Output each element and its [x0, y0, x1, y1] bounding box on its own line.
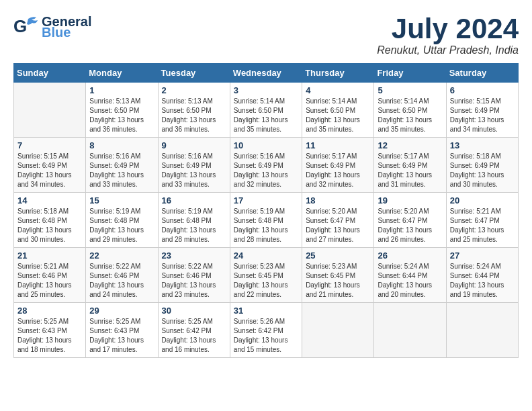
calendar-cell: 19Sunrise: 5:20 AM Sunset: 6:47 PM Dayli… — [374, 193, 446, 248]
header-thursday: Thursday — [302, 64, 374, 83]
calendar-cell: 29Sunrise: 5:25 AM Sunset: 6:43 PM Dayli… — [86, 303, 158, 358]
calendar-cell: 12Sunrise: 5:17 AM Sunset: 6:49 PM Dayli… — [374, 138, 446, 193]
calendar-cell: 9Sunrise: 5:16 AM Sunset: 6:49 PM Daylig… — [158, 138, 230, 193]
calendar-cell: 26Sunrise: 5:24 AM Sunset: 6:44 PM Dayli… — [374, 248, 446, 303]
day-number: 19 — [378, 195, 442, 205]
location: Renukut, Uttar Pradesh, India — [377, 44, 519, 56]
calendar-cell: 16Sunrise: 5:19 AM Sunset: 6:48 PM Dayli… — [158, 193, 230, 248]
calendar-cell: 10Sunrise: 5:16 AM Sunset: 6:49 PM Dayli… — [230, 138, 302, 193]
day-info: Sunrise: 5:14 AM Sunset: 6:50 PM Dayligh… — [306, 97, 370, 134]
calendar-cell: 23Sunrise: 5:22 AM Sunset: 6:46 PM Dayli… — [158, 248, 230, 303]
calendar-cell: 4Sunrise: 5:14 AM Sunset: 6:50 PM Daylig… — [302, 83, 374, 138]
day-number: 30 — [162, 306, 226, 316]
day-info: Sunrise: 5:21 AM Sunset: 6:47 PM Dayligh… — [450, 207, 515, 244]
day-number: 1 — [89, 85, 154, 95]
calendar-cell: 2Sunrise: 5:13 AM Sunset: 6:50 PM Daylig… — [158, 83, 230, 138]
calendar-cell: 11Sunrise: 5:17 AM Sunset: 6:49 PM Dayli… — [302, 138, 374, 193]
day-info: Sunrise: 5:20 AM Sunset: 6:47 PM Dayligh… — [306, 207, 370, 244]
day-number: 3 — [234, 85, 298, 95]
day-number: 27 — [450, 250, 515, 261]
day-number: 28 — [17, 306, 82, 316]
day-number: 11 — [306, 140, 370, 150]
day-info: Sunrise: 5:13 AM Sunset: 6:50 PM Dayligh… — [89, 97, 154, 134]
day-number: 20 — [450, 195, 515, 205]
day-info: Sunrise: 5:18 AM Sunset: 6:49 PM Dayligh… — [450, 152, 515, 189]
day-info: Sunrise: 5:25 AM Sunset: 6:42 PM Dayligh… — [162, 317, 226, 355]
day-number: 26 — [378, 250, 442, 261]
header-wednesday: Wednesday — [230, 64, 302, 83]
day-number: 18 — [306, 195, 370, 205]
calendar-cell: 31Sunrise: 5:26 AM Sunset: 6:42 PM Dayli… — [230, 303, 302, 358]
page-header: G General Blue July 2024 Renukut, Uttar … — [13, 13, 519, 56]
logo: G General Blue — [13, 13, 91, 40]
calendar-cell: 21Sunrise: 5:21 AM Sunset: 6:46 PM Dayli… — [14, 248, 86, 303]
day-info: Sunrise: 5:22 AM Sunset: 6:46 PM Dayligh… — [89, 262, 154, 300]
day-number: 15 — [89, 195, 154, 205]
day-info: Sunrise: 5:14 AM Sunset: 6:50 PM Dayligh… — [234, 97, 298, 134]
calendar-cell — [374, 303, 446, 358]
day-number: 23 — [162, 250, 226, 261]
calendar-cell: 7Sunrise: 5:15 AM Sunset: 6:49 PM Daylig… — [14, 138, 86, 193]
day-number: 13 — [450, 140, 515, 150]
day-number: 22 — [89, 250, 154, 261]
day-number: 9 — [162, 140, 226, 150]
logo-blue: Blue — [42, 26, 91, 39]
calendar-cell: 13Sunrise: 5:18 AM Sunset: 6:49 PM Dayli… — [446, 138, 518, 193]
calendar-cell: 1Sunrise: 5:13 AM Sunset: 6:50 PM Daylig… — [86, 83, 158, 138]
day-info: Sunrise: 5:24 AM Sunset: 6:44 PM Dayligh… — [450, 262, 515, 300]
day-info: Sunrise: 5:23 AM Sunset: 6:45 PM Dayligh… — [234, 262, 298, 300]
calendar-week-row: 14Sunrise: 5:18 AM Sunset: 6:48 PM Dayli… — [14, 193, 519, 248]
calendar-week-row: 1Sunrise: 5:13 AM Sunset: 6:50 PM Daylig… — [14, 83, 519, 138]
calendar-cell: 25Sunrise: 5:23 AM Sunset: 6:45 PM Dayli… — [302, 248, 374, 303]
header-saturday: Saturday — [446, 64, 518, 83]
calendar-week-row: 7Sunrise: 5:15 AM Sunset: 6:49 PM Daylig… — [14, 138, 519, 193]
calendar-cell: 15Sunrise: 5:19 AM Sunset: 6:48 PM Dayli… — [86, 193, 158, 248]
day-info: Sunrise: 5:15 AM Sunset: 6:49 PM Dayligh… — [450, 97, 515, 134]
calendar-cell: 20Sunrise: 5:21 AM Sunset: 6:47 PM Dayli… — [446, 193, 518, 248]
calendar-cell: 24Sunrise: 5:23 AM Sunset: 6:45 PM Dayli… — [230, 248, 302, 303]
day-info: Sunrise: 5:20 AM Sunset: 6:47 PM Dayligh… — [378, 207, 442, 244]
header-monday: Monday — [86, 64, 158, 83]
calendar-cell — [302, 303, 374, 358]
day-number: 7 — [17, 140, 82, 150]
calendar-cell: 18Sunrise: 5:20 AM Sunset: 6:47 PM Dayli… — [302, 193, 374, 248]
day-info: Sunrise: 5:16 AM Sunset: 6:49 PM Dayligh… — [89, 152, 154, 189]
day-info: Sunrise: 5:18 AM Sunset: 6:48 PM Dayligh… — [17, 207, 82, 244]
calendar-cell: 22Sunrise: 5:22 AM Sunset: 6:46 PM Dayli… — [86, 248, 158, 303]
day-number: 14 — [17, 195, 82, 205]
calendar-cell: 6Sunrise: 5:15 AM Sunset: 6:49 PM Daylig… — [446, 83, 518, 138]
day-number: 29 — [89, 306, 154, 316]
month-title: July 2024 — [377, 13, 519, 44]
calendar-cell — [14, 83, 86, 138]
calendar-cell: 3Sunrise: 5:14 AM Sunset: 6:50 PM Daylig… — [230, 83, 302, 138]
day-info: Sunrise: 5:26 AM Sunset: 6:42 PM Dayligh… — [234, 317, 298, 355]
calendar-cell: 14Sunrise: 5:18 AM Sunset: 6:48 PM Dayli… — [14, 193, 86, 248]
day-info: Sunrise: 5:19 AM Sunset: 6:48 PM Dayligh… — [89, 207, 154, 244]
day-number: 5 — [378, 85, 442, 95]
calendar-table: SundayMondayTuesdayWednesdayThursdayFrid… — [13, 63, 519, 358]
day-info: Sunrise: 5:25 AM Sunset: 6:43 PM Dayligh… — [17, 317, 82, 355]
day-info: Sunrise: 5:23 AM Sunset: 6:45 PM Dayligh… — [306, 262, 370, 300]
day-info: Sunrise: 5:24 AM Sunset: 6:44 PM Dayligh… — [378, 262, 442, 300]
calendar-cell: 8Sunrise: 5:16 AM Sunset: 6:49 PM Daylig… — [86, 138, 158, 193]
calendar-cell: 5Sunrise: 5:14 AM Sunset: 6:50 PM Daylig… — [374, 83, 446, 138]
day-info: Sunrise: 5:19 AM Sunset: 6:48 PM Dayligh… — [234, 207, 298, 244]
title-section: July 2024 Renukut, Uttar Pradesh, India — [377, 13, 519, 56]
day-info: Sunrise: 5:14 AM Sunset: 6:50 PM Dayligh… — [378, 97, 442, 134]
svg-text:G: G — [13, 16, 27, 36]
day-info: Sunrise: 5:16 AM Sunset: 6:49 PM Dayligh… — [234, 152, 298, 189]
calendar-week-row: 21Sunrise: 5:21 AM Sunset: 6:46 PM Dayli… — [14, 248, 519, 303]
day-info: Sunrise: 5:15 AM Sunset: 6:49 PM Dayligh… — [17, 152, 82, 189]
header-sunday: Sunday — [14, 64, 86, 83]
day-number: 10 — [234, 140, 298, 150]
day-info: Sunrise: 5:13 AM Sunset: 6:50 PM Dayligh… — [162, 97, 226, 134]
day-number: 16 — [162, 195, 226, 205]
day-info: Sunrise: 5:16 AM Sunset: 6:49 PM Dayligh… — [162, 152, 226, 189]
calendar-cell: 28Sunrise: 5:25 AM Sunset: 6:43 PM Dayli… — [14, 303, 86, 358]
day-number: 31 — [234, 306, 298, 316]
header-friday: Friday — [374, 64, 446, 83]
calendar-cell: 27Sunrise: 5:24 AM Sunset: 6:44 PM Dayli… — [446, 248, 518, 303]
calendar-cell — [446, 303, 518, 358]
day-info: Sunrise: 5:17 AM Sunset: 6:49 PM Dayligh… — [378, 152, 442, 189]
day-number: 12 — [378, 140, 442, 150]
